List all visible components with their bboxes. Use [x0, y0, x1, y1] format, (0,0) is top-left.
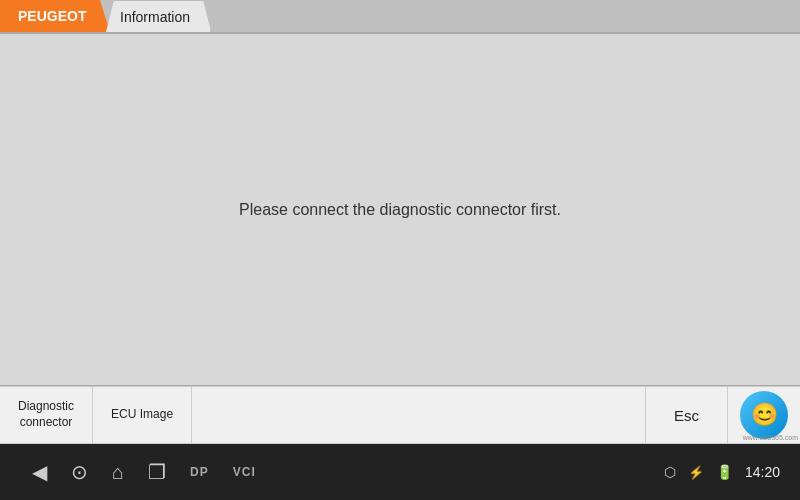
copy-icon: ❐ — [148, 460, 166, 484]
back-button[interactable]: ◀ — [20, 460, 59, 484]
vci-button[interactable]: VCI — [221, 465, 268, 479]
bluetooth-icon — [688, 465, 704, 480]
camera-icon: ⊙ — [71, 460, 88, 484]
app-logo: 😊 — [740, 391, 788, 439]
vci-label: VCI — [233, 465, 256, 479]
action-bar: Diagnostic connector ECU Image Esc 😊 www… — [0, 386, 800, 444]
camera-button[interactable]: ⊙ — [59, 460, 100, 484]
nav-right: 14:20 — [664, 464, 780, 480]
tab-peugeot[interactable]: PEUGEOT — [0, 0, 110, 32]
logo-symbol: 😊 — [751, 402, 778, 428]
battery-icon — [716, 464, 733, 480]
home-icon: ⌂ — [112, 461, 124, 484]
ecu-image-label: ECU Image — [111, 407, 173, 423]
diagnostic-connector-button[interactable]: Diagnostic connector — [0, 387, 93, 443]
diag-line1: Diagnostic — [18, 399, 74, 415]
home-button[interactable]: ⌂ — [100, 461, 136, 484]
back-icon: ◀ — [32, 460, 47, 484]
wifi-icon — [664, 464, 676, 480]
ecu-image-button[interactable]: ECU Image — [93, 387, 192, 443]
top-bar: PEUGEOT Information — [0, 0, 800, 34]
information-label: Information — [120, 9, 190, 25]
main-content: Please connect the diagnostic connector … — [0, 34, 800, 386]
tab-information[interactable]: Information — [106, 0, 211, 32]
watermark: www.obd365.com — [743, 434, 798, 441]
action-spacer — [192, 387, 645, 443]
copy-button[interactable]: ❐ — [136, 460, 178, 484]
brand-label: PEUGEOT — [18, 8, 86, 24]
clock: 14:20 — [745, 464, 780, 480]
connector-message: Please connect the diagnostic connector … — [239, 201, 561, 219]
esc-button[interactable]: Esc — [645, 387, 728, 443]
nav-left: ◀ ⊙ ⌂ ❐ DP VCI — [20, 460, 268, 484]
diag-line2: connector — [20, 415, 73, 431]
logo-box: 😊 www.obd365.com — [728, 387, 800, 443]
dp-button[interactable]: DP — [178, 465, 221, 479]
nav-bar: ◀ ⊙ ⌂ ❐ DP VCI 14:20 — [0, 444, 800, 500]
esc-label: Esc — [674, 407, 699, 424]
dp-label: DP — [190, 465, 209, 479]
